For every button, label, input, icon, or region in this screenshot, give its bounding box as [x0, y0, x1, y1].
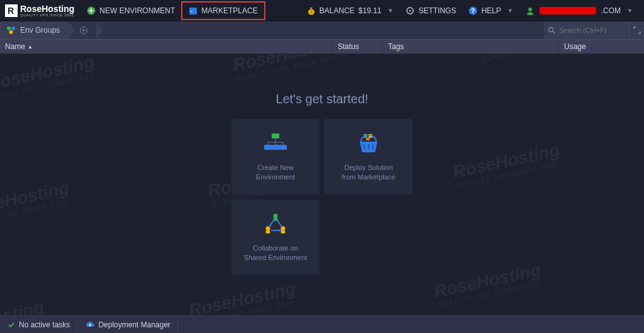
new-environment-button[interactable]: NEW ENVIRONMENT	[80, 0, 181, 21]
svg-point-17	[549, 28, 553, 32]
svg-rect-3	[189, 9, 197, 14]
breadcrumb: Env Groups	[0, 21, 96, 39]
help-label: HELP	[481, 6, 501, 15]
check-icon	[8, 321, 15, 329]
env-groups-icon	[6, 26, 16, 35]
svg-rect-26	[272, 145, 279, 150]
expand-icon	[633, 26, 641, 34]
settings-button[interactable]: SETTINGS	[399, 0, 462, 21]
cloud-upload-icon	[86, 321, 94, 329]
env-groups-crumb[interactable]: Env Groups	[0, 21, 69, 39]
card-line1: Deploy Solution	[342, 163, 396, 172]
plus-circle-icon	[80, 26, 87, 34]
svg-text:R: R	[8, 6, 14, 16]
svg-marker-41	[280, 225, 282, 227]
welcome-cards: Create New Environment Deploy Solution	[231, 119, 413, 275]
money-bag-icon: $	[307, 6, 316, 15]
user-account-button[interactable]: .COM ▼	[519, 0, 639, 21]
marketplace-label: MARKETPLACE	[201, 6, 257, 15]
topbar: R RoseHosting QUALITY VPS SINCE 2001 NEW…	[0, 0, 644, 21]
svg-rect-19	[272, 133, 279, 138]
tasks-panel-button[interactable]: No active tasks	[0, 316, 78, 333]
rosehosting-r-icon: R	[5, 4, 18, 17]
balance-value: $19.11	[358, 6, 382, 15]
sort-asc-icon: ▲	[28, 44, 33, 50]
help-button[interactable]: ? HELP ▼	[462, 0, 519, 21]
svg-point-15	[9, 30, 13, 34]
deployment-manager-button[interactable]: Deployment Manager	[78, 316, 179, 333]
svg-rect-39	[281, 230, 286, 234]
new-environment-label: NEW ENVIRONMENT	[99, 6, 175, 15]
brand-name: RoseHosting	[20, 4, 74, 13]
card-line2: Shared Environment	[244, 253, 307, 262]
help-icon: ?	[469, 6, 477, 15]
svg-rect-5	[191, 11, 192, 12]
svg-point-38	[281, 226, 286, 230]
brand-logo[interactable]: R RoseHosting QUALITY VPS SINCE 2001	[5, 4, 74, 17]
svg-point-12	[528, 8, 532, 11]
search-input[interactable]	[559, 26, 609, 34]
bottom-bar: No active tasks Deployment Manager	[0, 315, 644, 333]
column-name[interactable]: Name ▲	[0, 40, 333, 54]
user-email-redacted	[540, 7, 596, 14]
column-header-row: Name ▲ Status Tags Usage	[0, 39, 644, 54]
svg-line-18	[553, 31, 555, 33]
svg-point-36	[266, 226, 270, 230]
user-email-suffix: .COM	[601, 6, 621, 15]
svg-rect-30	[366, 138, 370, 140]
settings-label: SETTINGS	[418, 6, 456, 15]
card-line1: Create New	[256, 163, 295, 172]
svg-rect-37	[266, 230, 270, 234]
search-icon	[548, 26, 555, 34]
create-env-icon	[263, 132, 288, 154]
card-line2: from Marketplace	[342, 172, 396, 182]
marketplace-basket-icon	[357, 132, 380, 154]
env-groups-label: Env Groups	[20, 26, 60, 35]
column-status[interactable]: Status	[333, 40, 383, 54]
brand-sub: QUALITY VPS SINCE 2001	[20, 13, 74, 17]
svg-rect-35	[274, 218, 278, 221]
svg-rect-25	[264, 145, 272, 150]
svg-point-14	[11, 26, 15, 30]
main-area: Let's get started! Create New Environ	[0, 54, 644, 315]
marketplace-icon	[189, 6, 197, 15]
welcome-title: Let's get started!	[275, 92, 368, 106]
search-box[interactable]	[544, 21, 629, 39]
gear-icon	[406, 6, 414, 15]
card-line1: Collaborate on	[244, 244, 307, 253]
balance-button[interactable]: $ BALANCE $19.11 ▼	[301, 0, 400, 21]
column-usage[interactable]: Usage	[559, 40, 644, 54]
deployment-manager-label: Deployment Manager	[98, 320, 170, 329]
expand-button[interactable]	[629, 21, 644, 39]
marketplace-button[interactable]: MARKETPLACE	[181, 1, 265, 20]
svg-point-13	[7, 26, 11, 30]
svg-rect-4	[189, 8, 197, 9]
svg-text:?: ?	[471, 8, 475, 14]
chevron-down-icon: ▼	[508, 8, 513, 14]
chevron-down-icon: ▼	[388, 8, 394, 14]
collaborate-icon	[263, 212, 288, 235]
card-line2: Environment	[256, 172, 295, 182]
svg-marker-40	[269, 225, 271, 227]
balance-label: BALANCE	[319, 6, 355, 15]
card-create-environment[interactable]: Create New Environment	[231, 119, 319, 195]
card-collaborate[interactable]: Collaborate on Shared Environment	[231, 200, 319, 275]
card-deploy-marketplace[interactable]: Deploy Solution from Marketplace	[325, 119, 413, 195]
svg-point-9	[409, 9, 411, 11]
env-groups-bar: Env Groups	[0, 21, 644, 39]
column-tags[interactable]: Tags	[383, 40, 559, 54]
user-icon	[526, 6, 535, 15]
plus-circle-icon	[87, 6, 96, 15]
chevron-down-icon: ▼	[627, 8, 633, 14]
svg-point-34	[274, 213, 278, 218]
svg-rect-27	[279, 145, 287, 150]
tasks-label: No active tasks	[19, 320, 70, 329]
